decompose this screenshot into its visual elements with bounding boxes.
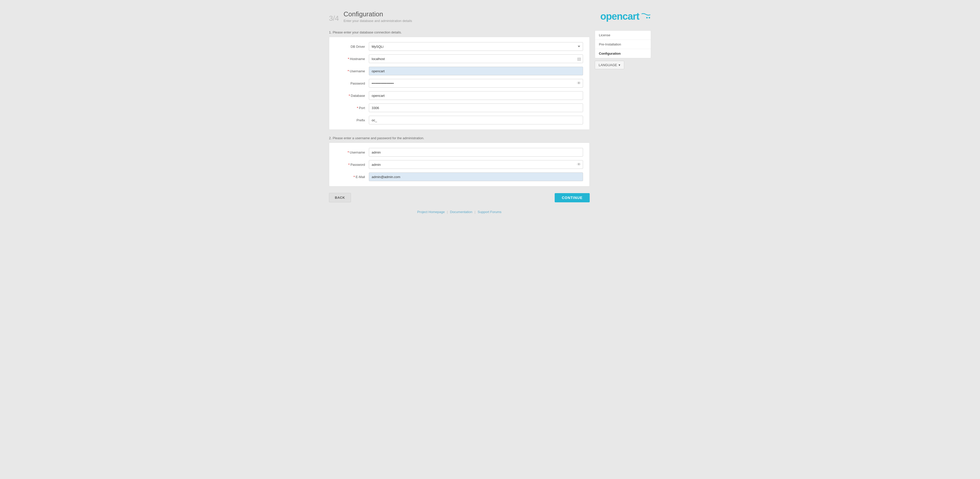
email-label: *E-Mail: [336, 175, 369, 179]
admin-password-wrapper: 👁: [369, 160, 583, 169]
hostname-required: *: [348, 57, 349, 61]
db-username-input[interactable]: [369, 67, 583, 75]
email-input[interactable]: [369, 173, 583, 181]
page-header: 3/4 Configuration Enter your database an…: [329, 10, 651, 23]
db-username-label: *Username: [336, 69, 369, 73]
admin-username-row: *Username: [336, 148, 583, 157]
db-driver-label: DB Driver: [336, 45, 369, 49]
database-input[interactable]: [369, 91, 583, 100]
language-button[interactable]: LANGUAGE ▾: [595, 61, 624, 69]
support-forums-link[interactable]: Support Forums: [478, 210, 501, 214]
hostname-label: *Hostname: [336, 57, 369, 61]
admin-username-label: *Username: [336, 151, 369, 154]
documentation-link[interactable]: Documentation: [450, 210, 473, 214]
admin-password-toggle-icon[interactable]: 👁: [577, 162, 581, 167]
db-driver-row: DB Driver MySQLi: [336, 42, 583, 51]
port-required: *: [357, 106, 358, 110]
back-button[interactable]: BACK: [329, 193, 351, 202]
admin-username-input[interactable]: [369, 148, 583, 157]
sidebar-item-configuration[interactable]: Configuration: [595, 49, 651, 58]
prefix-input[interactable]: [369, 116, 583, 124]
project-homepage-link[interactable]: Project Homepage: [417, 210, 445, 214]
admin-form-panel: *Username *Password 👁: [329, 143, 590, 187]
content-area: 1. Please enter your database connection…: [329, 30, 590, 214]
db-driver-select[interactable]: MySQLi: [369, 42, 583, 51]
admin-password-input[interactable]: [369, 160, 583, 169]
prefix-row: Prefix: [336, 116, 583, 124]
page-subtitle: Enter your database and administration d…: [344, 19, 412, 23]
continue-button[interactable]: CONTINUE: [555, 193, 590, 202]
footer-links: Project Homepage | Documentation | Suppo…: [329, 210, 590, 214]
admin-password-row: *Password 👁: [336, 160, 583, 169]
opencart-logo: opencart: [600, 11, 651, 22]
port-label: *Port: [336, 106, 369, 110]
prefix-label: Prefix: [336, 118, 369, 122]
hostname-icon: ▤: [577, 57, 581, 61]
admin-username-required: *: [348, 151, 349, 154]
db-password-wrapper: 👁: [369, 79, 583, 87]
database-row: *Database: [336, 91, 583, 100]
database-required: *: [348, 94, 350, 98]
footer-sep2: |: [475, 210, 476, 214]
sidebar-item-pre-installation[interactable]: Pre-Installation: [595, 40, 651, 49]
password-toggle-icon[interactable]: 👁: [577, 81, 581, 86]
hostname-input[interactable]: [369, 54, 583, 63]
sidebar-item-license[interactable]: License: [595, 31, 651, 40]
hostname-wrapper: ▤: [369, 54, 583, 63]
db-password-row: Password 👁: [336, 79, 583, 87]
sidebar-nav: License Pre-Installation Configuration: [595, 30, 651, 58]
main-layout: 1. Please enter your database connection…: [329, 30, 651, 214]
db-password-label: Password: [336, 81, 369, 85]
page-title: Configuration: [344, 10, 412, 18]
port-row: *Port: [336, 103, 583, 112]
logo-text: opencart: [600, 11, 639, 22]
section2-label: 2. Please enter a username and password …: [329, 136, 590, 140]
admin-password-label: *Password: [336, 163, 369, 167]
svg-point-0: [646, 17, 648, 18]
db-password-input[interactable]: [369, 79, 583, 87]
button-row: BACK CONTINUE: [329, 193, 590, 202]
port-input[interactable]: [369, 103, 583, 112]
chevron-down-icon: ▾: [619, 63, 620, 67]
step-total: /4: [333, 14, 339, 22]
sidebar: License Pre-Installation Configuration L…: [595, 30, 651, 69]
db-username-row: *Username: [336, 67, 583, 75]
step-info-block: 3/4 Configuration Enter your database an…: [329, 10, 412, 23]
svg-point-1: [649, 17, 650, 18]
cart-icon: [641, 12, 651, 21]
step-number: 3/4: [329, 11, 339, 23]
step-current: 3: [329, 14, 333, 22]
email-required: *: [353, 175, 355, 179]
email-row: *E-Mail: [336, 173, 583, 181]
section1-label: 1. Please enter your database connection…: [329, 30, 590, 34]
step-description: Configuration Enter your database and ad…: [344, 10, 412, 23]
hostname-row: *Hostname ▤: [336, 54, 583, 63]
footer-sep1: |: [447, 210, 447, 214]
database-form-panel: DB Driver MySQLi *Hostname ▤: [329, 37, 590, 130]
database-label: *Database: [336, 94, 369, 98]
db-username-required: *: [348, 69, 349, 73]
language-button-label: LANGUAGE: [599, 63, 617, 67]
admin-password-required: *: [348, 163, 350, 167]
